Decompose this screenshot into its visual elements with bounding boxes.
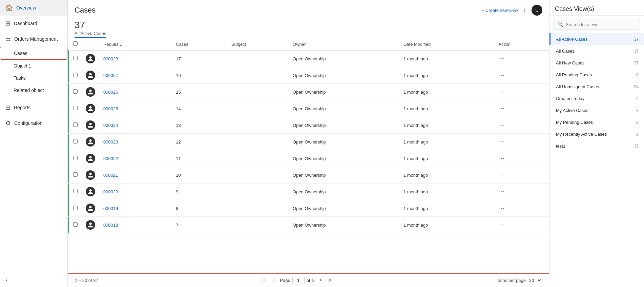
row-cases: 12 bbox=[172, 134, 227, 150]
row-select-checkbox[interactable] bbox=[73, 206, 78, 210]
row-avatar-cell bbox=[82, 117, 99, 134]
row-request-id[interactable]: 000027 bbox=[99, 67, 172, 84]
action-dots-button[interactable]: ··· bbox=[498, 122, 505, 128]
row-request-id[interactable]: 000023 bbox=[99, 134, 172, 150]
row-select-checkbox[interactable] bbox=[73, 222, 78, 227]
row-select-checkbox[interactable] bbox=[73, 122, 78, 127]
view-item-created-today[interactable]: Created Today 0 bbox=[549, 93, 644, 104]
row-action[interactable]: ··· bbox=[494, 167, 549, 184]
page-number-input[interactable] bbox=[292, 277, 305, 284]
view-item-my-active[interactable]: My Active Cases 3 bbox=[549, 104, 644, 116]
row-request-id[interactable]: 000024 bbox=[99, 117, 172, 134]
row-action[interactable]: ··· bbox=[494, 117, 549, 134]
header-more-button[interactable]: ⋮ bbox=[521, 6, 528, 14]
action-dots-button[interactable]: ··· bbox=[498, 222, 505, 228]
table-row: 000021 10 Open Ownership 1 month ago ··· bbox=[68, 167, 549, 184]
action-dots-button[interactable]: ··· bbox=[498, 89, 505, 95]
search-views-input[interactable] bbox=[566, 22, 636, 27]
action-dots-button[interactable]: ··· bbox=[498, 56, 505, 61]
pagination-last-button[interactable]: >| bbox=[326, 276, 335, 284]
row-date-modified: 1 month ago bbox=[399, 67, 494, 84]
action-dots-button[interactable]: ··· bbox=[498, 155, 505, 161]
action-dots-button[interactable]: ··· bbox=[498, 189, 505, 194]
select-all-checkbox[interactable] bbox=[73, 41, 78, 46]
pagination-prev-button[interactable]: < bbox=[271, 276, 278, 284]
sidebar-item-object1[interactable]: Object 1 bbox=[0, 60, 67, 72]
row-request-id[interactable]: 000018 bbox=[99, 217, 172, 233]
sidebar-item-reports[interactable]: ⊞ Reports bbox=[0, 100, 67, 115]
th-cases[interactable]: Cases bbox=[172, 38, 227, 51]
action-dots-button[interactable]: ··· bbox=[498, 139, 505, 145]
sidebar-item-dashboard[interactable]: ⊞ Dashboard bbox=[0, 16, 67, 31]
th-date-modified[interactable]: Date Modified bbox=[399, 38, 494, 51]
view-item-all-cases[interactable]: All Cases 37 bbox=[549, 45, 644, 57]
table-row: 000022 11 Open Ownership 1 month ago ··· bbox=[68, 150, 549, 167]
sidebar-item-overview[interactable]: 🏠 Overview bbox=[0, 0, 67, 16]
view-item-my-recently[interactable]: My Recently Active Cases 0 bbox=[549, 128, 644, 140]
row-action[interactable]: ··· bbox=[494, 84, 549, 100]
action-dots-button[interactable]: ··· bbox=[498, 205, 505, 211]
row-avatar-cell bbox=[82, 184, 99, 200]
table-container: Reques... Cases Subject Owner Date Modif… bbox=[68, 38, 549, 273]
th-owner[interactable]: Owner bbox=[289, 38, 399, 51]
row-checkbox-cell bbox=[68, 84, 82, 100]
row-select-checkbox[interactable] bbox=[73, 172, 78, 177]
th-select-all[interactable] bbox=[68, 38, 82, 51]
row-select-checkbox[interactable] bbox=[73, 56, 78, 60]
th-subject[interactable]: Subject bbox=[227, 38, 289, 51]
row-request-id[interactable]: 000025 bbox=[99, 100, 172, 117]
sidebar-item-orders[interactable]: ☰ Orders Management bbox=[0, 31, 67, 47]
view-item-all-active[interactable]: All Active Cases 37 bbox=[549, 33, 644, 45]
pagination-next-button[interactable]: > bbox=[317, 276, 324, 284]
row-select-checkbox[interactable] bbox=[73, 189, 78, 193]
sidebar-item-tasks[interactable]: Tasks bbox=[0, 72, 67, 84]
row-request-id[interactable]: 000026 bbox=[99, 84, 172, 100]
row-action[interactable]: ··· bbox=[494, 150, 549, 167]
row-select-checkbox[interactable] bbox=[73, 139, 78, 144]
row-cases: 16 bbox=[172, 67, 227, 84]
row-select-checkbox[interactable] bbox=[73, 156, 78, 160]
create-new-view-button[interactable]: + Create new view bbox=[482, 8, 518, 13]
row-owner: Open Ownership bbox=[289, 200, 399, 217]
row-subject bbox=[227, 150, 289, 167]
row-request-id[interactable]: 000019 bbox=[99, 200, 172, 217]
view-item-test1[interactable]: test1 37 bbox=[549, 140, 644, 152]
sidebar-item-cases[interactable]: Cases bbox=[0, 47, 67, 60]
right-panel: Cases View(s) 🔍 All Active Cases 37 All … bbox=[549, 0, 644, 287]
row-action[interactable]: ··· bbox=[494, 200, 549, 217]
row-request-id[interactable]: 000028 bbox=[99, 51, 172, 67]
row-action[interactable]: ··· bbox=[494, 51, 549, 67]
view-item-all-unassigned[interactable]: All Unassigned Cases 34 bbox=[549, 81, 644, 93]
view-item-all-pending[interactable]: All Pending Cases 0 bbox=[549, 69, 644, 81]
items-per-page-label: Items per page bbox=[496, 278, 526, 283]
action-dots-button[interactable]: ··· bbox=[498, 106, 505, 111]
sidebar-item-configuration[interactable]: ⚙ Configuration bbox=[0, 115, 67, 131]
row-cases: 15 bbox=[172, 84, 227, 100]
row-request-id[interactable]: 000022 bbox=[99, 150, 172, 167]
row-action[interactable]: ··· bbox=[494, 217, 549, 233]
view-item-my-pending[interactable]: My Pending Cases 0 bbox=[549, 116, 644, 128]
view-label: My Pending Cases bbox=[556, 120, 593, 125]
view-item-all-new[interactable]: All New Cases 37 bbox=[549, 57, 644, 69]
row-action[interactable]: ··· bbox=[494, 100, 549, 117]
row-request-id[interactable]: 000020 bbox=[99, 184, 172, 200]
row-select-checkbox[interactable] bbox=[73, 106, 78, 110]
row-subject bbox=[227, 117, 289, 134]
row-action[interactable]: ··· bbox=[494, 134, 549, 150]
pagination-first-button[interactable]: |< bbox=[260, 276, 269, 284]
row-select-checkbox[interactable] bbox=[73, 89, 78, 94]
row-subject bbox=[227, 184, 289, 200]
action-dots-button[interactable]: ··· bbox=[498, 72, 505, 78]
sidebar-collapse-button[interactable]: ‹ bbox=[0, 272, 67, 287]
th-request[interactable]: Reques... bbox=[99, 38, 172, 51]
items-per-page-select[interactable]: 20 50 100 bbox=[528, 278, 542, 283]
row-action[interactable]: ··· bbox=[494, 184, 549, 200]
row-action[interactable]: ··· bbox=[494, 67, 549, 84]
reports-icon: ⊞ bbox=[5, 104, 11, 111]
action-dots-button[interactable]: ··· bbox=[498, 172, 505, 178]
row-select-checkbox[interactable] bbox=[73, 73, 78, 77]
search-views-container: 🔍 bbox=[554, 19, 640, 30]
row-avatar-cell bbox=[82, 67, 99, 84]
row-request-id[interactable]: 000021 bbox=[99, 167, 172, 184]
sidebar-item-related[interactable]: Related object bbox=[0, 84, 67, 96]
